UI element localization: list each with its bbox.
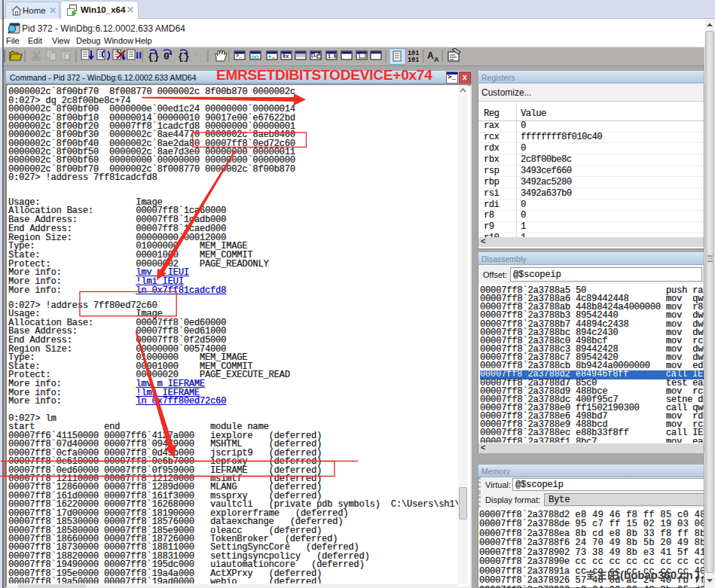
svg-text:101: 101 <box>408 56 419 64</box>
svg-text:*{}: *{} <box>192 51 209 62</box>
svg-text:A: A <box>427 50 434 61</box>
svg-text:{}: {} <box>178 51 190 62</box>
svg-text:A: A <box>434 56 439 63</box>
svg-text:>_: >_ <box>236 53 243 59</box>
svg-text:0x: 0x <box>283 53 289 59</box>
svg-text:0: 0 <box>163 51 170 62</box>
svg-text:1.0: 1.0 <box>328 54 337 59</box>
